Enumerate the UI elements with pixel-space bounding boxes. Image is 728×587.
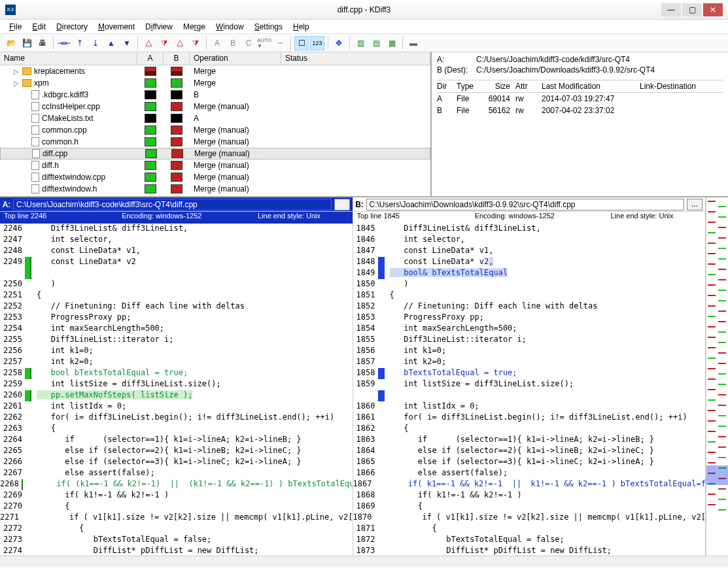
pane-b-browse-button[interactable]: ... bbox=[687, 199, 702, 210]
tree-row[interactable]: CMakeLists.txtA bbox=[0, 112, 430, 124]
prev-conflict-icon[interactable]: ⧋ bbox=[141, 36, 156, 50]
next-conflict-icon[interactable]: ⧩ bbox=[157, 36, 171, 50]
info-b-path: C:/Users/Joachim/Downloads/kdiff3-0.9.92… bbox=[476, 65, 655, 75]
tree-header: Name A B Operation Status bbox=[0, 52, 430, 65]
menu-merge[interactable]: Merge bbox=[178, 21, 211, 33]
app-icon-kdiff3: K3 bbox=[5, 5, 16, 15]
tree-row[interactable]: diff.cppMerge (manual) bbox=[0, 148, 430, 159]
info-row: AFile69014rw2014-07-03 19:27:47 bbox=[437, 93, 723, 105]
split-green-icon[interactable]: ▦ bbox=[385, 36, 399, 50]
tree-row[interactable]: common.hMerge (manual) bbox=[0, 136, 430, 148]
menu-movement[interactable]: Movement bbox=[93, 21, 140, 33]
diff-pane-b: B: ... Top line 1845 Encoding: windows-1… bbox=[353, 197, 706, 556]
go-prev-icon[interactable]: ▲ bbox=[104, 36, 118, 50]
menu-help[interactable]: Help bbox=[288, 21, 315, 33]
horizontal-scrollbar[interactable] bbox=[0, 556, 728, 567]
rect-icon[interactable]: ▬ bbox=[406, 36, 421, 50]
info-table-header: Dir Type Size Attr Last Modification Lin… bbox=[437, 80, 723, 93]
menu-window[interactable]: Window bbox=[211, 21, 249, 33]
tree-row[interactable]: common.cppMerge (manual) bbox=[0, 124, 430, 136]
menu-diffview[interactable]: Diffview bbox=[140, 21, 178, 33]
go-bottom-icon[interactable]: ⤓ bbox=[88, 36, 103, 50]
tree-body[interactable]: ▷kreplacementsMerge▷xpmMerge.kdbgrc.kdif… bbox=[0, 65, 430, 196]
tree-row[interactable]: diff.hMerge (manual) bbox=[0, 159, 430, 171]
menu-file[interactable]: File bbox=[4, 21, 27, 33]
menu-directory[interactable]: Directory bbox=[51, 21, 93, 33]
tree-row[interactable]: difftextwindow.cppMerge (manual) bbox=[0, 171, 430, 183]
pane-a-path-input[interactable] bbox=[13, 199, 332, 210]
menu-edit[interactable]: Edit bbox=[27, 21, 51, 33]
show-numbers-button[interactable]: 123 bbox=[310, 36, 324, 50]
maximize-button[interactable]: ▢ bbox=[682, 3, 702, 16]
pane-a-lineend: Line end style: Unix bbox=[258, 212, 349, 224]
show-whitespace-button[interactable]: ☐ bbox=[294, 36, 309, 50]
save-icon[interactable]: 💾 bbox=[20, 36, 34, 50]
menubar: File Edit Directory Movement Diffview Me… bbox=[0, 20, 728, 34]
info-a-label: A: bbox=[437, 55, 476, 64]
tree-row[interactable]: ▷kreplacementsMerge bbox=[0, 65, 430, 77]
col-name[interactable]: Name bbox=[0, 52, 137, 65]
minimize-button[interactable]: — bbox=[661, 3, 681, 16]
pane-b-topline: Top line 1845 bbox=[357, 212, 475, 224]
pane-a-browse-button[interactable]: ... bbox=[334, 199, 350, 210]
col-a[interactable]: A bbox=[137, 52, 164, 65]
split-v-green-icon[interactable]: ▤ bbox=[369, 36, 383, 50]
col-b[interactable]: B bbox=[164, 52, 190, 65]
auto-button[interactable]: AUTO▼ bbox=[257, 36, 271, 50]
titlebar: K3 diff.cpp - KDiff3 — ▢ ✕ bbox=[0, 0, 728, 20]
pane-a-encoding: Encoding: windows-1252 bbox=[122, 212, 258, 224]
go-top-icon[interactable]: ⤒ bbox=[73, 36, 87, 50]
pane-b-label: B: bbox=[353, 200, 366, 209]
col-status[interactable]: Status bbox=[281, 52, 430, 65]
pane-b-lines[interactable]: 1845 Diff3LineList& diff3LineList,1846 i… bbox=[353, 224, 706, 556]
go-current-icon[interactable]: ⇥⇤ bbox=[57, 36, 71, 50]
diff-pane-a: A: ... Top line 2246 Encoding: windows-1… bbox=[0, 197, 353, 556]
pane-b-lineend: Line end style: Unix bbox=[610, 212, 701, 224]
pane-a-lines[interactable]: 2246 Diff3LineList& diff3LineList,2247 i… bbox=[0, 224, 353, 556]
next-unsolved-icon[interactable]: ⧩ bbox=[188, 36, 203, 50]
tree-row[interactable]: difftextwindow.hMerge (manual) bbox=[0, 183, 430, 195]
split-h-green-icon[interactable]: ▥ bbox=[353, 36, 368, 50]
pane-a-label: A: bbox=[0, 200, 13, 209]
info-row: BFile56162rw2007-04-02 23:37:02 bbox=[437, 105, 723, 116]
file-info-panel: A:C:/Users/Joachim/kdiff3-code/kdiff3/sr… bbox=[432, 52, 728, 196]
open-icon[interactable]: 📂 bbox=[4, 36, 18, 50]
choose-c-button[interactable]: C bbox=[241, 36, 256, 50]
print-icon[interactable]: 🖶 bbox=[35, 36, 50, 50]
toolbar: 📂 💾 🖶 ⇥⇤ ⤒ ⤓ ▲ ▼ ⧋ ⧩ ⧋ ⧩ A B C AUTO▼ ┄ ☐… bbox=[0, 34, 728, 52]
choose-a-button[interactable]: A bbox=[210, 36, 224, 50]
tree-row[interactable]: .kdbgrc.kdiff3B bbox=[0, 89, 430, 101]
window-title: diff.cpp - KDiff3 bbox=[338, 5, 391, 14]
pane-b-encoding: Encoding: windows-1252 bbox=[475, 212, 611, 224]
info-b-label: B (Dest): bbox=[437, 65, 476, 75]
tree-row[interactable]: ▷xpmMerge bbox=[0, 77, 430, 89]
separator-icon[interactable]: ┄ bbox=[273, 36, 287, 50]
col-operation[interactable]: Operation bbox=[190, 52, 281, 65]
menu-settings[interactable]: Settings bbox=[249, 21, 288, 33]
overview-bar[interactable] bbox=[706, 197, 728, 556]
info-a-path: C:/Users/Joachim/kdiff3-code/kdiff3/src-… bbox=[476, 55, 630, 64]
tree-row[interactable]: ccInstHelper.cppMerge (manual) bbox=[0, 101, 430, 112]
close-button[interactable]: ✕ bbox=[703, 3, 723, 16]
pane-b-path-input[interactable] bbox=[366, 199, 685, 210]
go-next-icon[interactable]: ▼ bbox=[120, 36, 134, 50]
pane-a-topline: Top line 2246 bbox=[4, 212, 122, 224]
move-icon[interactable]: ✥ bbox=[332, 36, 346, 50]
prev-unsolved-icon[interactable]: ⧋ bbox=[173, 36, 187, 50]
choose-b-button[interactable]: B bbox=[226, 36, 240, 50]
directory-tree: Name A B Operation Status ▷kreplacements… bbox=[0, 52, 432, 196]
